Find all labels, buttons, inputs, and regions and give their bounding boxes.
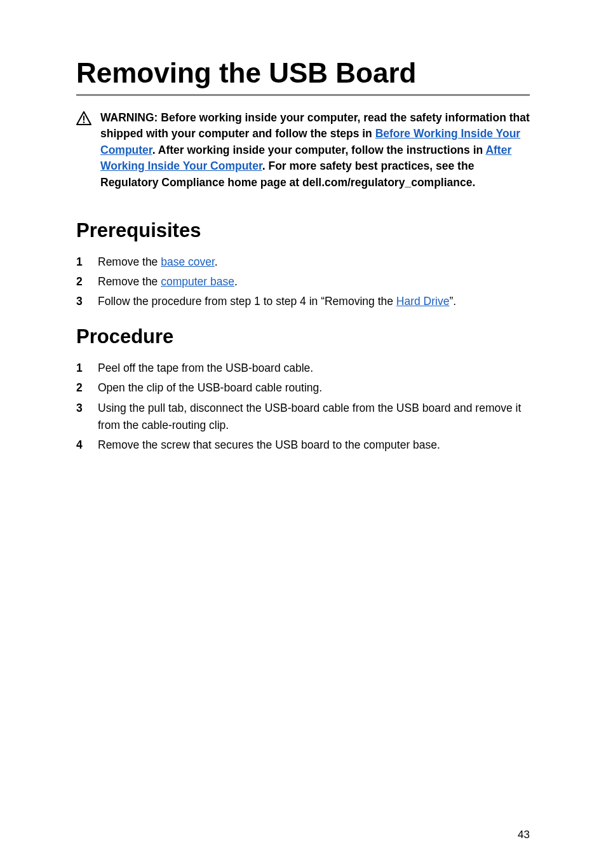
list-item: 2 Remove the computer base.: [76, 273, 530, 290]
item-number: 3: [76, 293, 98, 310]
link-base-cover[interactable]: base cover: [161, 255, 215, 268]
list-item: 1 Remove the base cover.: [76, 254, 530, 271]
item-text: Remove the screw that secures the USB bo…: [98, 437, 530, 454]
procedure-heading: Procedure: [76, 325, 530, 348]
item-number: 1: [76, 254, 98, 271]
prerequisites-section: Prerequisites 1 Remove the base cover. 2…: [76, 219, 530, 310]
item-number: 1: [76, 360, 98, 377]
item-number: 3: [76, 400, 98, 417]
item-text: Open the clip of the USB-board cable rou…: [98, 379, 530, 397]
warning-middle1: . After working inside your computer, fo…: [152, 144, 486, 156]
item-post: ”.: [449, 295, 456, 308]
item-pre: Remove the: [98, 255, 161, 268]
item-post: .: [234, 275, 238, 288]
warning-icon: [76, 110, 91, 128]
list-item: 3 Follow the procedure from step 1 to st…: [76, 293, 530, 310]
list-item: 4 Remove the screw that secures the USB …: [76, 437, 530, 454]
procedure-section: Procedure 1 Peel off the tape from the U…: [76, 325, 530, 454]
item-text: Using the pull tab, disconnect the USB-b…: [98, 400, 530, 434]
link-computer-base[interactable]: computer base: [161, 275, 234, 288]
item-pre: Remove the: [98, 275, 161, 288]
page-title: Removing the USB Board: [76, 57, 530, 96]
warning-text: WARNING: Before working inside your comp…: [100, 110, 530, 191]
item-pre: Follow the procedure from step 1 to step…: [98, 295, 396, 308]
item-text: Peel off the tape from the USB-board cab…: [98, 360, 530, 377]
prerequisites-heading: Prerequisites: [76, 219, 530, 242]
list-item: 3 Using the pull tab, disconnect the USB…: [76, 400, 530, 434]
page-number: 43: [518, 829, 530, 841]
item-number: 4: [76, 437, 98, 454]
list-item: 1 Peel off the tape from the USB-board c…: [76, 360, 530, 377]
item-number: 2: [76, 273, 98, 290]
list-item: 2 Open the clip of the USB-board cable r…: [76, 379, 530, 397]
item-post: .: [215, 255, 218, 268]
procedure-list: 1 Peel off the tape from the USB-board c…: [76, 360, 530, 454]
prerequisites-list: 1 Remove the base cover. 2 Remove the co…: [76, 254, 530, 310]
svg-point-1: [83, 121, 85, 123]
link-hard-drive[interactable]: Hard Drive: [396, 295, 450, 308]
item-number: 2: [76, 379, 98, 397]
warning-block: WARNING: Before working inside your comp…: [76, 110, 530, 191]
